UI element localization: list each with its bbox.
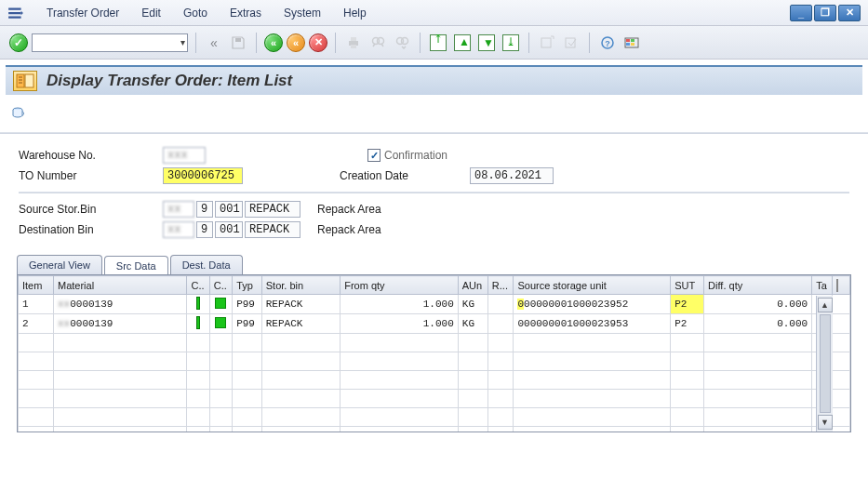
help-button[interactable]: ? [597, 33, 618, 53]
table-vscroll[interactable]: ▲ ▼ [816, 296, 833, 432]
first-page-button[interactable]: ⤒ [428, 33, 448, 53]
col-c1[interactable]: C.. [187, 276, 209, 295]
tab-dest-data[interactable]: Dest. Data [170, 255, 243, 274]
table-row-empty [19, 390, 850, 408]
col-c2[interactable]: C.. [209, 276, 232, 295]
dest-bin-num[interactable]: 001 [215, 221, 243, 238]
cell-r [487, 295, 514, 314]
table-row-empty [19, 371, 850, 390]
menu-extras[interactable]: Extras [230, 7, 261, 20]
command-field[interactable]: ▾ [32, 33, 188, 52]
cell-sut: P2 [671, 295, 704, 314]
title-icon[interactable] [13, 71, 37, 91]
storage-unit-icon[interactable] [9, 104, 28, 123]
col-ssu[interactable]: Source storage unit [514, 276, 671, 295]
to-number-field[interactable]: 3000006725 [163, 167, 243, 184]
source-bin-desc: Repack Area [317, 203, 381, 216]
cell-diff: 0.000 [704, 295, 812, 314]
cell-qty: 1.000 [341, 314, 459, 334]
menu-transfer-order[interactable]: Transfer Order [47, 7, 119, 20]
scroll-track[interactable] [820, 314, 831, 413]
table-row[interactable]: 2 xx0000139 P99 REPACK 1.000 KG 00000000… [19, 314, 850, 334]
source-bin-code2[interactable]: 9 [196, 201, 213, 218]
back-button[interactable]: « [264, 33, 283, 52]
maximize-button[interactable]: ❐ [814, 5, 836, 21]
tab-bar: General View Src Data Dest. Data [0, 255, 868, 274]
warehouse-field[interactable]: xxx [163, 147, 206, 164]
cell-c2 [209, 314, 232, 334]
cancel-button[interactable]: ✕ [309, 33, 327, 52]
scroll-up-button[interactable]: ▲ [818, 298, 833, 312]
cell-ssu: 000000001000023953 [514, 314, 671, 334]
dest-bin-code2[interactable]: 9 [196, 221, 213, 238]
menu-goto[interactable]: Goto [183, 7, 207, 20]
svg-rect-0 [235, 38, 241, 42]
save-button [228, 33, 248, 53]
cell-typ: P99 [233, 295, 262, 314]
col-item[interactable]: Item [19, 276, 54, 295]
confirmation-label: Confirmation [384, 149, 447, 162]
cell-bin: REPACK [261, 295, 340, 314]
tab-general-view[interactable]: General View [17, 255, 102, 274]
col-ta[interactable]: Ta [812, 276, 833, 295]
sap-menu-icon[interactable] [7, 5, 24, 21]
col-sut[interactable]: SUT [671, 276, 704, 295]
table-settings-icon[interactable] [836, 279, 838, 292]
cell-ssu: 000000001000023952 [514, 295, 671, 314]
next-page-button[interactable]: ▼ [476, 33, 497, 53]
dest-bin-desc: Repack Area [317, 223, 381, 236]
table-row-empty [19, 427, 850, 433]
table-header: Item Material C.. C.. Typ Stor. bin From… [19, 276, 850, 295]
svg-rect-15 [626, 43, 630, 46]
dest-bin-name[interactable]: REPACK [245, 221, 300, 238]
col-aun[interactable]: AUn [458, 276, 487, 295]
menu-edit[interactable]: Edit [141, 7, 161, 20]
close-button[interactable]: ✕ [838, 5, 861, 21]
items-table[interactable]: Item Material C.. C.. Typ Stor. bin From… [18, 275, 850, 432]
col-r[interactable]: R... [487, 276, 514, 295]
table-row-empty [19, 352, 850, 371]
col-material[interactable]: Material [53, 276, 186, 295]
creation-date-field[interactable]: 08.06.2021 [470, 167, 554, 184]
cell-c1 [187, 314, 209, 334]
menu-bar: Transfer Order Edit Goto Extras System H… [0, 0, 868, 26]
status-green-icon [215, 317, 226, 328]
col-storbin[interactable]: Stor. bin [261, 276, 340, 295]
col-fromqty[interactable]: From qty [341, 276, 459, 295]
source-bin-num[interactable]: 001 [215, 201, 243, 218]
confirmation-checkbox[interactable]: ✓ [367, 149, 381, 162]
last-page-button[interactable]: ⤓ [501, 33, 521, 53]
exit-button[interactable]: « [287, 33, 305, 52]
find-button [367, 33, 388, 53]
tab-src-data[interactable]: Src Data [104, 256, 168, 275]
prev-page-button[interactable]: ▲ [452, 33, 473, 53]
table-row[interactable]: 1 xx0000139 P99 REPACK 1.000 KG 00000000… [19, 295, 850, 314]
minimize-button[interactable]: _ [790, 5, 812, 21]
cell-r [487, 314, 514, 334]
dest-bin-code[interactable]: xx [163, 221, 194, 238]
menu-help[interactable]: Help [343, 7, 367, 20]
col-typ[interactable]: Typ [233, 276, 262, 295]
col-diff[interactable]: Diff. qty [704, 276, 812, 295]
enter-button[interactable]: ✓ [9, 33, 28, 52]
source-bin-name[interactable]: REPACK [245, 201, 300, 218]
svg-text:?: ? [605, 39, 610, 48]
svg-rect-8 [541, 38, 551, 47]
cell-material: xx0000139 [53, 314, 186, 334]
layout-menu-button[interactable] [621, 33, 642, 53]
cell-c1 [187, 295, 209, 314]
scroll-down-button[interactable]: ▼ [818, 415, 833, 430]
to-number-label: TO Number [19, 169, 163, 182]
cell-qty: 1.000 [341, 295, 459, 314]
svg-rect-14 [631, 39, 634, 42]
status-green-icon [215, 298, 226, 309]
svg-point-7 [402, 37, 408, 44]
table-row-empty [19, 334, 850, 352]
cell-sut: P2 [671, 314, 704, 334]
tab-content: Item Material C.. C.. Typ Stor. bin From… [17, 274, 851, 432]
cell-material: xx0000139 [53, 295, 186, 314]
source-bin-code[interactable]: xx [163, 201, 194, 218]
app-toolbar [0, 100, 868, 126]
menu-system[interactable]: System [284, 7, 321, 20]
col-config[interactable] [832, 276, 849, 295]
